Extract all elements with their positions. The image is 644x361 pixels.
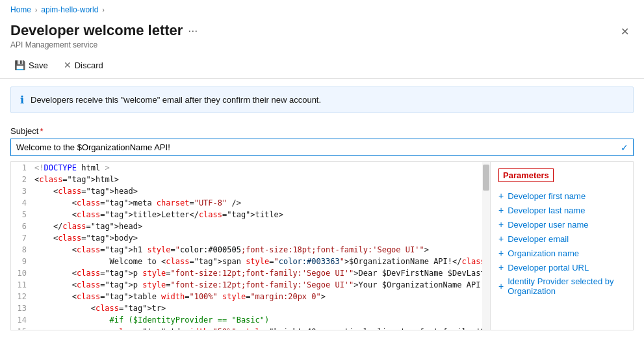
- line-number: 1: [11, 162, 32, 174]
- param-label: Identity Provider selected by Organizati…: [508, 276, 625, 296]
- param-label: Developer last name: [508, 206, 585, 215]
- table-row: 13 <class="tag">tr>: [11, 302, 482, 314]
- breadcrumb-home[interactable]: Home: [10, 5, 31, 14]
- line-number: 8: [11, 244, 32, 256]
- params-header: Parameters: [498, 168, 554, 182]
- plus-icon: +: [498, 262, 504, 273]
- line-content: <class="tag">table width="100%" style="m…: [32, 291, 482, 302]
- line-number: 13: [11, 302, 32, 314]
- line-number: 5: [11, 209, 32, 221]
- table-row: 5 <class="tag">title>Letter</class="tag"…: [11, 209, 482, 221]
- breadcrumb-sep2: ›: [102, 7, 104, 14]
- save-button[interactable]: 💾 Save: [10, 57, 52, 73]
- toolbar: 💾 Save ✕ Discard: [0, 55, 644, 79]
- list-item[interactable]: +Developer email: [498, 232, 625, 246]
- line-number: 15: [11, 326, 32, 330]
- line-number: 9: [11, 256, 32, 267]
- table-row: 8 <class="tag">h1 style="color:#000505;f…: [11, 244, 482, 256]
- line-content: <class="tag">p style="font-size:12pt;fon…: [32, 279, 482, 291]
- required-indicator: *: [40, 126, 43, 136]
- line-number: 7: [11, 232, 32, 244]
- title-menu-button[interactable]: ···: [188, 24, 198, 38]
- line-content: <class="tag">html>: [32, 174, 482, 185]
- plus-icon: +: [498, 234, 504, 244]
- breadcrumb: Home › apim-hello-world ›: [0, 0, 644, 20]
- plus-icon: +: [498, 219, 504, 230]
- scrollbar[interactable]: [482, 162, 490, 330]
- discard-label: Discard: [75, 60, 103, 70]
- plus-icon: +: [498, 191, 504, 201]
- info-banner-text: Developers receive this "welcome" email …: [31, 95, 321, 105]
- save-label: Save: [29, 60, 48, 70]
- plus-icon: +: [498, 205, 504, 215]
- close-button[interactable]: ✕: [615, 22, 634, 40]
- subject-checkmark-icon: ✓: [621, 142, 628, 153]
- page-title: Developer welcome letter: [10, 22, 183, 39]
- line-number: 4: [11, 197, 32, 209]
- list-item[interactable]: +Developer portal URL: [498, 260, 625, 274]
- table-row: 4 <class="tag">meta charset="UTF-8" />: [11, 197, 482, 209]
- param-label: Developer email: [508, 234, 569, 244]
- list-item[interactable]: +Organization name: [498, 246, 625, 260]
- breadcrumb-service[interactable]: apim-hello-world: [41, 5, 98, 14]
- table-row: 12 <class="tag">table width="100%" style…: [11, 291, 482, 302]
- table-row: 1<!DOCTYPE html >: [11, 162, 482, 174]
- discard-icon: ✕: [64, 60, 71, 70]
- line-content: <class="tag">title>Letter</class="tag">t…: [32, 209, 482, 221]
- param-label: Developer user name: [508, 220, 588, 230]
- line-number: 12: [11, 291, 32, 302]
- list-item[interactable]: +Developer user name: [498, 217, 625, 232]
- params-panel: Parameters +Developer first name+Develop…: [490, 162, 633, 330]
- info-icon: ℹ: [20, 94, 24, 106]
- table-row: 9 Welcome to <class="tag">span style="co…: [11, 256, 482, 267]
- line-content: <class="tag">body>: [32, 232, 482, 244]
- line-content: Welcome to <class="tag">span style="colo…: [32, 256, 482, 267]
- title-row: Developer welcome letter ···: [10, 22, 198, 39]
- table-row: 3 <class="tag">head>: [11, 185, 482, 197]
- subject-label: Subject*: [10, 126, 634, 136]
- code-editor[interactable]: 1<!DOCTYPE html >2<class="tag">html>3 <c…: [11, 162, 482, 330]
- table-row: 6 </class="tag">head>: [11, 221, 482, 232]
- page-subtitle: API Management service: [10, 40, 198, 49]
- line-number: 2: [11, 174, 32, 185]
- line-content: <class="tag">td width="50%" style="heigh…: [32, 326, 482, 330]
- param-label: Organization name: [508, 248, 579, 258]
- line-number: 6: [11, 221, 32, 232]
- header-section: Developer welcome letter ··· API Managem…: [0, 20, 644, 55]
- line-content: <class="tag">head>: [32, 185, 482, 197]
- discard-button[interactable]: ✕ Discard: [60, 57, 107, 73]
- table-row: 15 <class="tag">td width="50%" style="he…: [11, 326, 482, 330]
- param-label: Developer first name: [508, 191, 586, 201]
- table-row: 2<class="tag">html>: [11, 174, 482, 185]
- plus-icon: +: [498, 281, 504, 291]
- table-row: 10 <class="tag">p style="font-size:12pt;…: [11, 267, 482, 279]
- list-item[interactable]: +Developer last name: [498, 203, 625, 217]
- subject-input[interactable]: [10, 139, 634, 156]
- line-number: 3: [11, 185, 32, 197]
- table-row: 14 #if ($IdentityProvider == "Basic"): [11, 314, 482, 326]
- header-left: Developer welcome letter ··· API Managem…: [10, 22, 198, 49]
- info-banner: ℹ Developers receive this "welcome" emai…: [10, 87, 634, 113]
- scrollbar-thumb[interactable]: [483, 165, 489, 191]
- table-row: 7 <class="tag">body>: [11, 232, 482, 244]
- line-number: 10: [11, 267, 32, 279]
- param-label: Developer portal URL: [508, 263, 589, 273]
- breadcrumb-sep1: ›: [35, 7, 37, 14]
- list-item[interactable]: +Developer first name: [498, 189, 625, 203]
- list-item[interactable]: +Identity Provider selected by Organizat…: [498, 274, 625, 298]
- line-content: <class="tag">h1 style="color:#000505;fon…: [32, 244, 482, 256]
- line-content: </class="tag">head>: [32, 221, 482, 232]
- plus-icon: +: [498, 248, 504, 258]
- subject-section: Subject* ✓: [0, 121, 644, 161]
- line-content: <class="tag">tr>: [32, 302, 482, 314]
- line-content: <class="tag">p style="font-size:12pt;fon…: [32, 267, 482, 279]
- table-row: 11 <class="tag">p style="font-size:12pt;…: [11, 279, 482, 291]
- line-content: <!DOCTYPE html >: [32, 162, 482, 174]
- editor-area: 1<!DOCTYPE html >2<class="tag">html>3 <c…: [10, 161, 634, 330]
- line-content: <class="tag">meta charset="UTF-8" />: [32, 197, 482, 209]
- save-icon: 💾: [14, 60, 25, 70]
- subject-input-wrap: ✓: [10, 139, 634, 156]
- line-number: 11: [11, 279, 32, 291]
- line-content: #if ($IdentityProvider == "Basic"): [32, 314, 482, 326]
- line-number: 14: [11, 314, 32, 326]
